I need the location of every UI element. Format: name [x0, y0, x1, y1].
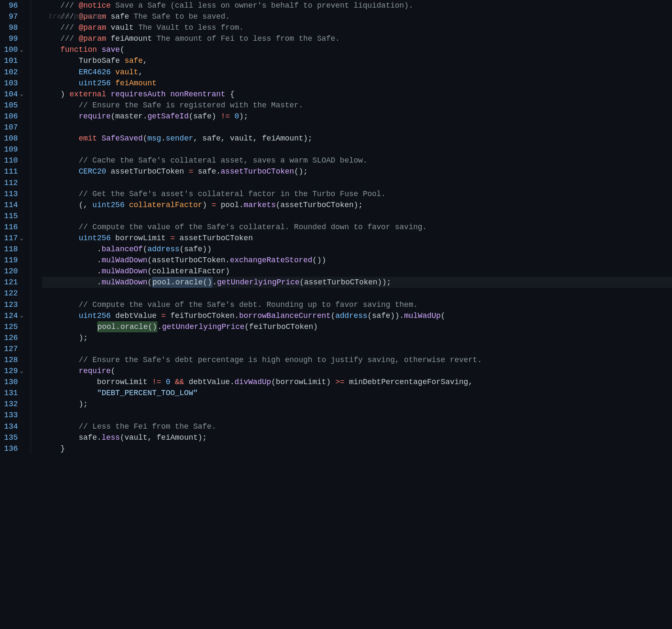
token: // Compute the value of the Safe's colla… [78, 222, 427, 233]
token: feiAmount [115, 78, 157, 89]
token [42, 155, 78, 166]
token: ( [331, 310, 336, 321]
token: 0 [235, 111, 239, 122]
token: debtValue. [184, 376, 235, 388]
code-line[interactable]: function save( [42, 44, 672, 55]
gutter-row: 109 [0, 144, 27, 155]
token: save [101, 44, 120, 55]
code-line[interactable]: // Get the Safe's asset's collateral fac… [42, 188, 672, 199]
code-line[interactable]: require(master.getSafeId(safe) != 0); [42, 111, 672, 122]
code-line[interactable] [42, 122, 672, 133]
code-line[interactable]: /// @param vault The Vault to less from. [42, 22, 672, 33]
code-line[interactable]: emit SafeSaved(msg.sender, safe, vault, … [42, 133, 672, 144]
token: The Vault to less from. [134, 22, 244, 33]
token: (borrowLimit) [271, 376, 335, 388]
code-line[interactable]: // Compute the value of the Safe's colla… [42, 222, 672, 233]
token: (vault, feiAmount); [120, 432, 207, 443]
code-line[interactable]: .mulWadDown(collateralFactor) [42, 266, 672, 277]
fold-chevron-icon[interactable]: ⌄ [18, 90, 25, 98]
token: ()) [312, 255, 326, 266]
line-number: 106 [0, 111, 18, 122]
gutter-row: 121 [0, 277, 27, 288]
code-line[interactable] [42, 410, 672, 421]
token: mulWadDown [101, 277, 147, 288]
gutter-row: 115 [0, 211, 27, 222]
code-line[interactable] [42, 177, 672, 188]
code-line[interactable]: ); [42, 399, 672, 410]
code-line[interactable]: /// @notice Save a Safe (call less on ow… [42, 0, 672, 11]
token [42, 133, 78, 144]
code-line[interactable]: borrowLimit != 0 && debtValue.divWadUp(b… [42, 376, 672, 388]
token: uint256 [78, 233, 111, 244]
code-line[interactable] [42, 144, 672, 155]
code-line[interactable]: TurboSafe safe, [42, 55, 672, 66]
line-number: 96 [0, 0, 18, 11]
code-line[interactable]: .balanceOf(address(safe)) [42, 244, 672, 255]
token: { [225, 89, 235, 100]
code-line[interactable]: "DEBT_PERCENT_TOO_LOW" [42, 388, 672, 399]
token: debtValue [111, 310, 161, 321]
code-line[interactable]: .mulWadDown(pool.oracle().getUnderlyingP… [42, 277, 672, 288]
line-number: 112 [0, 177, 18, 188]
line-number: 126 [0, 332, 18, 343]
code-line[interactable]: .mulWadDown(assetTurboCToken.exchangeRat… [42, 255, 672, 266]
code-line[interactable]: // Ensure the Safe's debt percentage is … [42, 354, 672, 365]
fold-chevron-icon[interactable]: ⌄ [18, 368, 25, 376]
code-line[interactable]: // Ensure the Safe is registered with th… [42, 100, 672, 111]
line-number: 127 [0, 343, 18, 354]
code-line[interactable]: ); [42, 332, 672, 343]
fold-chevron-icon[interactable]: ⌄ [18, 46, 25, 54]
token: safe [111, 11, 129, 22]
token [42, 188, 78, 199]
code-line[interactable]: // Cache the Safe's collateral asset, sa… [42, 155, 672, 166]
line-number: 121 [0, 277, 18, 288]
token [42, 78, 78, 89]
line-number: 111 [0, 166, 18, 177]
token: // Compute the value of the Safe's debt.… [78, 299, 417, 310]
token: // Less the Fei from the Safe. [78, 421, 216, 432]
code-line[interactable]: ERC4626 vault, [42, 67, 672, 78]
code-line[interactable]: // Less the Fei from the Safe. [42, 421, 672, 432]
code-line[interactable] [42, 288, 672, 299]
code-line[interactable]: require( [42, 365, 672, 376]
line-number: 134 [0, 421, 18, 432]
token [42, 33, 60, 44]
fold-chevron-icon[interactable]: ⌄ [18, 235, 25, 243]
line-number: 98 [0, 22, 18, 33]
gutter-row: 123 [0, 299, 27, 310]
code-line[interactable] [42, 211, 672, 222]
token [42, 166, 78, 177]
line-number: 108 [0, 133, 18, 144]
fold-chevron-icon[interactable]: ⌄ [18, 312, 25, 320]
token: ERC4626 [78, 67, 111, 78]
gutter-row: 104⌄ [0, 89, 27, 100]
token: (); [294, 166, 308, 177]
code-line[interactable]: ) external requiresAuth nonReentrant { [42, 89, 672, 100]
gutter-row: 100⌄ [0, 44, 27, 55]
line-number: 97 [0, 11, 18, 22]
code-line[interactable]: /// @param feiAmount The amount of Fei t… [42, 33, 672, 44]
code-line[interactable]: uint256 feiAmount [42, 78, 672, 89]
token: balanceOf [101, 244, 143, 255]
line-number: 110 [0, 155, 18, 166]
token: 0 [166, 376, 171, 388]
code-line[interactable] [42, 343, 672, 354]
code-line[interactable]: pool.oracle().getUnderlyingPrice(feiTurb… [42, 321, 672, 332]
token [106, 22, 111, 33]
code-line[interactable]: uint256 borrowLimit = assetTurboCToken [42, 233, 672, 244]
code-line[interactable]: /// @param safe The Safe to be saved. [42, 11, 672, 22]
token [161, 376, 166, 388]
code-line[interactable]: (, uint256 collateralFactor) = pool.mark… [42, 199, 672, 211]
code-line[interactable]: safe.less(vault, feiAmount); [42, 432, 672, 443]
code-line[interactable]: } [42, 443, 672, 454]
token [120, 55, 125, 66]
code-line[interactable]: uint256 debtValue = feiTurboCToken.borro… [42, 310, 672, 321]
token: mulWadUp [404, 310, 440, 321]
code-line[interactable]: // Compute the value of the Safe's debt.… [42, 299, 672, 310]
code-area[interactable]: /// @notice Save a Safe (call less on ow… [31, 0, 672, 454]
token: /// [60, 33, 78, 44]
token: divWadUp [235, 376, 271, 388]
token: (assetTurboCToken); [276, 199, 363, 211]
line-number: 130 [0, 376, 18, 388]
code-line[interactable]: CERC20 assetTurboCToken = safe.assetTurb… [42, 166, 672, 177]
